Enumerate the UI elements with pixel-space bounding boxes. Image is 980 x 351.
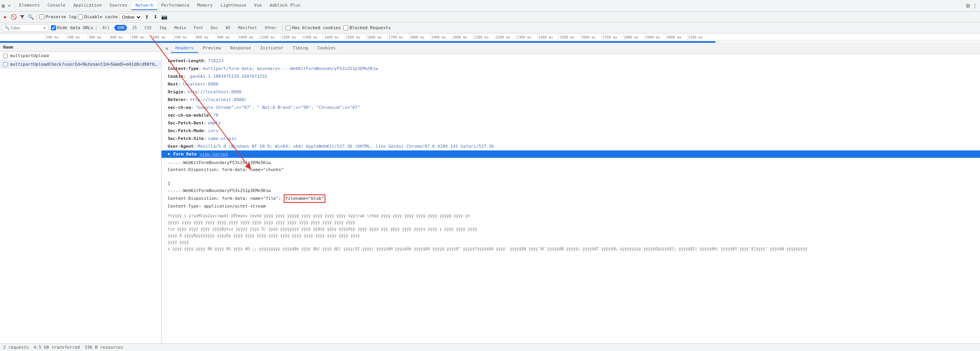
export-button[interactable]: ⬇ xyxy=(152,14,159,21)
search-box[interactable]: 🔍 ✕ xyxy=(2,24,49,32)
disable-cache-checkbox[interactable] xyxy=(78,14,83,19)
filter-divider-2 xyxy=(282,25,283,31)
search-button[interactable]: 🔍 xyxy=(27,14,34,21)
doc-filter[interactable]: Doc xyxy=(208,25,221,31)
tab-performance[interactable]: Performance xyxy=(157,1,193,10)
detail-tab-cookies[interactable]: Cookies xyxy=(313,44,340,53)
timeline-tick: 1200 ms xyxy=(280,33,302,41)
img-filter[interactable]: Img xyxy=(157,25,169,31)
tab-application[interactable]: Application xyxy=(69,1,105,10)
tab-network[interactable]: Network xyxy=(132,1,157,10)
header-row: sec-ch-ua-mobile: ?0 xyxy=(162,112,980,119)
preserve-log-label[interactable]: Preserve log xyxy=(39,14,76,19)
header-row: Cookie: _ga=GA1.1.1003475139.1607671255 xyxy=(162,73,980,80)
header-value: http://localhost:8080/ xyxy=(190,96,247,103)
header-name: sec-ch-ua xyxy=(168,104,191,111)
tab-console[interactable]: Console xyxy=(44,1,69,10)
tab-sources[interactable]: Sources xyxy=(105,1,131,10)
detail-tab-initiator[interactable]: Initiator xyxy=(256,44,288,53)
media-filter[interactable]: Media xyxy=(172,25,189,31)
headers-content[interactable]: Content-Length: 718223Content-Type: mult… xyxy=(162,54,980,348)
tab-lighthouse[interactable]: Lighthouse xyxy=(217,1,250,10)
hide-data-urls-checkbox[interactable] xyxy=(51,25,56,30)
form-data-line: ------WebKitFormBoundaryF53s2S1p3EMo5Kiw xyxy=(168,159,974,166)
header-name: Sec-Fetch-Dest xyxy=(168,120,204,127)
other-filter[interactable]: Other xyxy=(262,25,279,31)
form-data-line: ------WebKitFormBoundaryF53s2S1p3EMo5Kiw xyxy=(168,187,974,194)
header-value: 718223 xyxy=(208,58,223,65)
binary-data: ftÿüÿÿ_s ÿ!soMlÿo2avclmp41 ÿÊEmoov lmvhd… xyxy=(162,211,980,254)
binary-row: ftÿüÿÿ_s ÿ!soMlÿo2avclmp41 ÿÊEmoov lmvhd… xyxy=(168,213,974,219)
tab-adblock[interactable]: Adblock Plus xyxy=(266,1,304,10)
disable-cache-label[interactable]: Disable cache xyxy=(78,14,118,19)
header-row: Sec-Fetch-Dest: empty xyxy=(162,119,980,127)
close-tab-icon[interactable]: ✕ xyxy=(6,2,12,9)
js-filter[interactable]: JS xyxy=(129,25,139,31)
header-name: Referer xyxy=(168,96,186,103)
request-item[interactable]: multipartUpload xyxy=(0,52,161,60)
search-input[interactable] xyxy=(11,26,42,30)
form-data-section[interactable]: ▼ Form Data view parsed xyxy=(162,150,980,158)
header-row: Host: localhost:8080 xyxy=(162,80,980,88)
import-button[interactable]: ⬆ xyxy=(144,14,151,21)
progress-bar-fill xyxy=(0,41,715,43)
header-value: _ga=GA1.1.1003475139.1607671255 xyxy=(187,73,267,80)
detail-tab-close[interactable]: ✕ xyxy=(163,45,171,51)
header-name: Origin xyxy=(168,89,183,96)
blocked-requests-label[interactable]: Blocked Requests xyxy=(343,25,391,30)
main-content: Name multipartUpload multipartUploadChec… xyxy=(0,43,980,348)
tab-elements[interactable]: Elements xyxy=(15,1,44,10)
ws-filter[interactable]: WS xyxy=(223,25,233,31)
throttle-select[interactable]: Online xyxy=(119,14,142,21)
has-blocked-cookies-label[interactable]: Has blocked cookies xyxy=(286,25,341,30)
settings-button[interactable]: ⚙ xyxy=(964,2,971,9)
font-filter[interactable]: Font xyxy=(191,25,206,31)
detail-tab-preview[interactable]: Preview xyxy=(198,44,225,53)
header-name: Content-Length xyxy=(168,58,204,65)
header-value: same-origin xyxy=(208,135,236,142)
manifest-filter[interactable]: Manifest xyxy=(235,25,260,31)
blocked-requests-checkbox[interactable] xyxy=(343,25,348,30)
header-rows-container: Content-Length: 718223Content-Type: mult… xyxy=(162,57,980,150)
detail-tab-response[interactable]: Response xyxy=(226,44,256,53)
header-name: sec-ch-ua-mobile xyxy=(168,112,209,119)
request-checkbox-1[interactable] xyxy=(3,54,8,58)
detail-tab-timing[interactable]: Timing xyxy=(288,44,313,53)
timeline-tick: 800 ms xyxy=(195,33,216,41)
clear-search-icon[interactable]: ✕ xyxy=(43,25,46,30)
xhr-filter[interactable]: XHR xyxy=(114,25,127,31)
form-data-label: Form Data xyxy=(173,152,197,157)
has-blocked-cookies-checkbox[interactable] xyxy=(286,25,291,30)
timeline-tick: 1900 ms xyxy=(430,33,451,41)
preserve-log-checkbox[interactable] xyxy=(39,14,44,19)
search-icon: 🔍 xyxy=(4,25,10,30)
form-data-line: Content-Disposition: form-data; name="fi… xyxy=(168,194,974,203)
timeline-tick: 2600 ms xyxy=(580,33,601,41)
css-filter[interactable]: CSS xyxy=(142,25,155,31)
binary-row: ÿÿÿÿs ÿÿÿÿ ÿÿÿÿ ÿÿÿÿ ÿÿÿÿ ÿÿÿÿ ÿÿÿÿ ÿÿÿÿ… xyxy=(168,220,974,226)
timeline-tick: 3100 ms xyxy=(687,33,708,41)
more-button[interactable]: ⋮ xyxy=(971,2,978,9)
tab-memory[interactable]: Memory xyxy=(193,1,217,10)
header-row: Origin: http://localhost:8080 xyxy=(162,88,980,96)
view-parsed-link[interactable]: view parsed xyxy=(200,152,228,157)
filter-toggle-button[interactable] xyxy=(19,14,26,21)
detail-tab-headers[interactable]: Headers xyxy=(171,44,198,53)
header-value: "Google Chrome";v="87", " Not;A Brand";v… xyxy=(195,104,360,111)
tab-vue[interactable]: Vue xyxy=(250,1,266,10)
timeline-tick: 200 ms xyxy=(66,33,88,41)
header-value: localhost:8080 xyxy=(182,81,218,88)
capture-screenshot-button[interactable]: 📷 xyxy=(161,14,168,21)
clear-button[interactable]: 🚫 xyxy=(10,14,17,21)
form-data-line: 1 xyxy=(168,180,974,187)
request-checkbox-2[interactable] xyxy=(3,62,8,67)
hide-data-urls-label[interactable]: Hide data URLs xyxy=(51,25,93,30)
all-filter[interactable]: All xyxy=(100,25,112,31)
timeline-tick: 1500 ms xyxy=(344,33,366,41)
timeline-tick: 400 ms xyxy=(109,33,130,41)
filter-divider xyxy=(96,25,97,31)
record-button[interactable]: ● xyxy=(2,14,9,21)
devtools-tabs: ⚙ ✕ Elements Console Application Sources… xyxy=(0,0,980,12)
request-item-selected[interactable]: multipartUploadCheck?userId=9&tenantId=5… xyxy=(0,60,161,69)
header-name: Host xyxy=(168,81,178,88)
